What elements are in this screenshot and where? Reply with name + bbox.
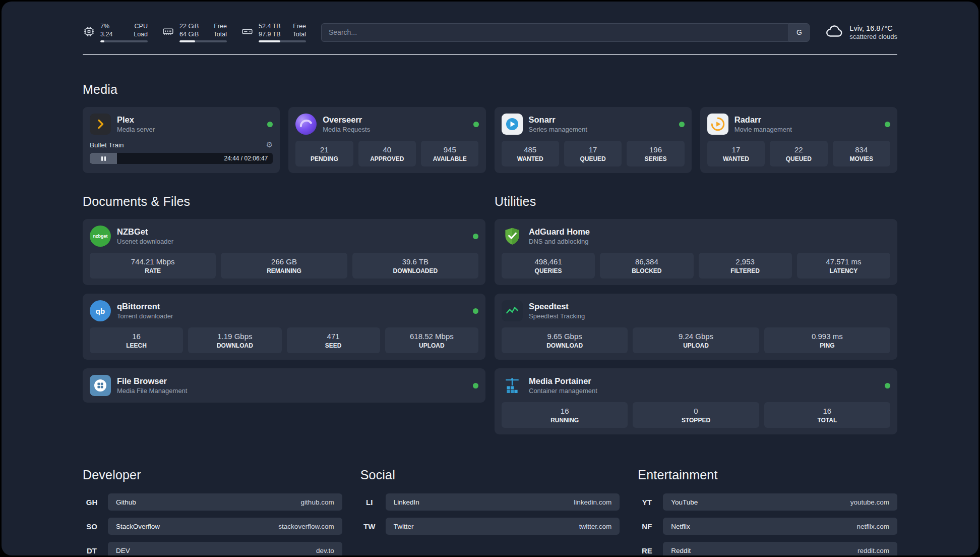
app-card-qbittorrent[interactable]: qb qBittorrent Torrent downloader 16LEEC… (83, 294, 485, 360)
memory-bar (179, 40, 227, 42)
bookmark-youtube[interactable]: YT YouTube youtube.com (638, 493, 897, 511)
app-subtitle: Container management (529, 387, 597, 395)
search-engine-button[interactable]: G (788, 23, 810, 42)
status-dot (267, 122, 273, 127)
status-dot (679, 122, 685, 127)
social-section-title: Social (360, 468, 620, 482)
overseerr-icon (295, 114, 317, 135)
bookmark-reddit[interactable]: RE Reddit reddit.com (638, 542, 897, 555)
stat-tile: 40APPROVED (358, 141, 416, 166)
app-card-portainer[interactable]: Media Portainer Container management 16R… (495, 368, 897, 434)
app-card-speedtest[interactable]: Speedtest Speedtest Tracking 9.65 GbpsDO… (495, 294, 897, 360)
bookmark-link: Netflix netflix.com (663, 518, 897, 535)
sonarr-icon (502, 114, 523, 135)
app-subtitle: Usenet downloader (117, 238, 173, 245)
media-section-title: Media (83, 82, 897, 97)
app-card-adguard[interactable]: AdGuard Home DNS and adblocking 498,461Q… (495, 219, 897, 285)
cpu-load-label: Load (134, 30, 148, 38)
stat-tile: 618.52 MbpsUPLOAD (385, 327, 478, 353)
ram-icon (162, 25, 174, 40)
stat-tile: 9.65 GbpsDOWNLOAD (502, 327, 628, 353)
bookmark-link: DEV dev.to (108, 542, 342, 555)
stat-tile: 16RUNNING (502, 402, 628, 428)
app-subtitle: DNS and adblocking (529, 238, 590, 245)
stat-tile: 266 GBREMAINING (221, 253, 347, 278)
stat-tile: 9.24 GbpsUPLOAD (633, 327, 759, 353)
stat-tile: 21PENDING (295, 141, 353, 166)
status-dot (473, 122, 479, 127)
bookmark-group-entertainment: Entertainment YT YouTube youtube.com NF … (638, 468, 897, 555)
bookmark-link: LinkedIn linkedin.com (386, 493, 620, 511)
disk-free: 52.4 TB (259, 22, 281, 30)
speedtest-icon (502, 300, 523, 321)
bookmark-dev[interactable]: DT DEV dev.to (83, 542, 342, 555)
app-card-filebrowser[interactable]: File Browser Media File Management (83, 368, 485, 403)
stat-tile: 17WANTED (707, 141, 765, 166)
stat-tile: 16TOTAL (764, 402, 890, 428)
bookmark-abbr: SO (83, 522, 101, 531)
bookmark-netflix[interactable]: NF Netflix netflix.com (638, 518, 897, 535)
bookmark-group-developer: Developer GH Github github.com SO StackO… (83, 468, 342, 555)
app-card-plex[interactable]: Plex Media server Bullet Train ⚙ (83, 107, 280, 173)
developer-section-title: Developer (83, 468, 342, 482)
gear-icon[interactable]: ⚙ (266, 140, 273, 149)
header-divider (83, 54, 897, 55)
section-media: Media Plex Media server (83, 82, 897, 173)
cpu-percent: 7% (100, 22, 109, 30)
bookmark-link: Reddit reddit.com (663, 542, 897, 555)
cpu-label: CPU (135, 22, 148, 30)
app-name: Media Portainer (529, 376, 597, 386)
app-name: AdGuard Home (529, 227, 590, 237)
status-dot (885, 122, 890, 127)
playback-time: 24:44 / 02:06:47 (224, 155, 268, 162)
disk-total-label: Total (293, 30, 306, 38)
disk-widget: 52.4 TBFree 97.9 TBTotal (241, 22, 306, 43)
status-dot (473, 308, 478, 314)
disk-bar (259, 40, 306, 42)
search-input[interactable] (321, 23, 788, 42)
qbittorrent-icon: qb (90, 300, 111, 321)
bookmark-linkedin[interactable]: LI LinkedIn linkedin.com (360, 493, 620, 511)
search-bar: G (321, 23, 810, 42)
app-subtitle: Media server (117, 126, 155, 133)
bookmark-link: YouTube youtube.com (663, 493, 897, 511)
app-name: Radarr (734, 115, 792, 125)
app-name: NZBGet (117, 227, 173, 237)
cpu-bar (100, 40, 148, 42)
stat-tile: 2,953FILTERED (699, 253, 792, 278)
app-card-overseerr[interactable]: Overseerr Media Requests 21PENDING 40APP… (288, 107, 485, 173)
app-name: qBittorrent (117, 302, 173, 311)
app-name: Plex (117, 115, 155, 125)
bookmark-abbr: YT (638, 498, 656, 507)
cloud-icon (825, 22, 844, 43)
pause-icon[interactable] (101, 156, 106, 161)
memory-total: 64 GiB (179, 30, 199, 38)
stat-tile: 196SERIES (627, 141, 684, 166)
bookmark-stackoverflow[interactable]: SO StackOverflow stackoverflow.com (83, 518, 342, 535)
bookmark-github[interactable]: GH Github github.com (83, 493, 342, 511)
radarr-icon (707, 114, 728, 135)
stat-tile: 86,384BLOCKED (600, 253, 693, 278)
memory-widget: 22 GiBFree 64 GiBTotal (162, 22, 227, 43)
app-name: Sonarr (529, 115, 587, 125)
memory-free-label: Free (214, 22, 227, 30)
plex-now-playing: Bullet Train ⚙ 24:44 / 02:06:47 (90, 140, 273, 164)
adguard-icon (502, 226, 523, 247)
app-name: Overseerr (323, 115, 370, 125)
stat-tile: 471SEED (287, 327, 380, 353)
disk-total: 97.9 TB (259, 30, 281, 38)
app-card-radarr[interactable]: Radarr Movie management 17WANTED 22QUEUE… (700, 107, 897, 173)
bookmark-abbr: LI (360, 498, 379, 507)
app-card-nzbget[interactable]: nzbget NZBGet Usenet downloader 744.21 M… (83, 219, 485, 285)
stat-tile: 0STOPPED (633, 402, 759, 428)
cpu-widget: 7%CPU 3.24Load (83, 22, 148, 43)
app-subtitle: Speedtest Tracking (529, 312, 585, 320)
bookmark-abbr: TW (360, 522, 379, 531)
system-widgets: 7%CPU 3.24Load 22 GiBFree 64 GiB (83, 22, 306, 43)
app-subtitle: Series management (529, 126, 587, 133)
bookmark-twitter[interactable]: TW Twitter twitter.com (360, 518, 620, 535)
app-card-sonarr[interactable]: Sonarr Series management 485WANTED 17QUE… (495, 107, 692, 173)
plex-progress-bar[interactable]: 24:44 / 02:06:47 (90, 153, 273, 164)
bookmark-link: Github github.com (108, 493, 342, 511)
bookmark-abbr: NF (638, 522, 656, 531)
